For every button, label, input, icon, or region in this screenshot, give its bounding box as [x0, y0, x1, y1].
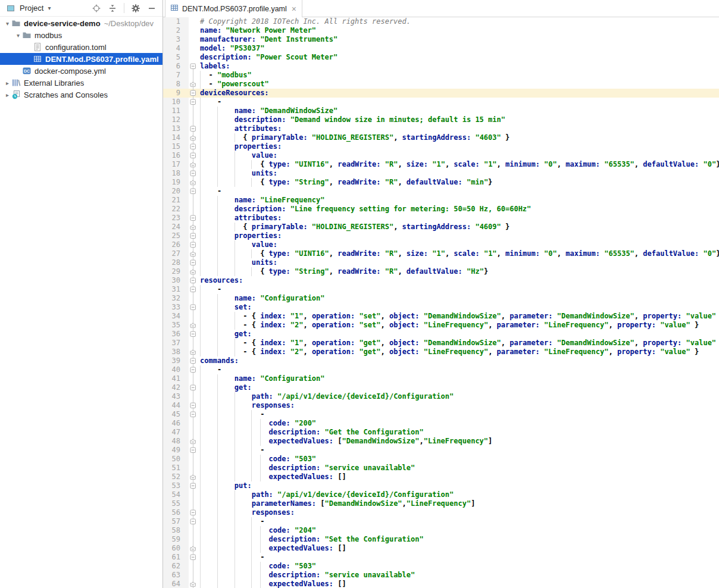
code-line-40[interactable]: 40 - — [163, 365, 719, 374]
code-line-53[interactable]: 53 put: — [163, 481, 719, 490]
code-line-21[interactable]: 21 name: "LineFrequency" — [163, 196, 719, 205]
code-line-13[interactable]: 13 attributes: — [163, 124, 719, 133]
hide-panel-icon[interactable] — [147, 4, 157, 13]
code-line-56[interactable]: 56 responses: — [163, 508, 719, 517]
fold-collapse-icon[interactable] — [190, 242, 196, 251]
fold-collapse-icon[interactable] — [190, 509, 196, 518]
code-line-29[interactable]: 29 { type: "String", readWrite: "R", def… — [163, 267, 719, 276]
fold-collapse-icon[interactable] — [190, 384, 196, 393]
tree-item-modbus[interactable]: ▾modbus — [0, 29, 162, 41]
fold-collapse-icon[interactable] — [190, 277, 196, 286]
locate-icon[interactable] — [92, 4, 101, 13]
fold-collapse-icon[interactable] — [190, 447, 196, 456]
fold-collapse-icon[interactable] — [190, 215, 196, 224]
chevron-down-icon[interactable]: ▾ — [48, 5, 51, 11]
code-editor[interactable]: 1# Copyright 2018 IOTech Inc. All rights… — [163, 17, 719, 588]
code-line-54[interactable]: 54 path: "/api/v1/device/{deviceId}/Conf… — [163, 490, 719, 499]
code-line-58[interactable]: 58 code: "204" — [163, 526, 719, 535]
settings-gear-icon[interactable] — [131, 4, 140, 13]
code-line-12[interactable]: 12 description: "Demand window size in m… — [163, 115, 719, 124]
tree-item-external-libraries[interactable]: ▸External Libraries — [0, 77, 162, 89]
code-line-34[interactable]: 34 - { index: "1", operation: "set", obj… — [163, 312, 719, 321]
code-line-31[interactable]: 31 - — [163, 285, 719, 294]
code-line-63[interactable]: 63 description: "service unavailable" — [163, 571, 719, 580]
fold-collapse-icon[interactable] — [190, 152, 196, 161]
fold-end-icon[interactable] — [190, 224, 196, 233]
code-line-36[interactable]: 36 get: — [163, 330, 719, 339]
fold-end-icon[interactable] — [190, 438, 196, 447]
code-line-6[interactable]: 6labels: — [163, 62, 719, 71]
tree-item-device-service-demo[interactable]: ▾device-service-demo~/Desktop/dev — [0, 17, 162, 29]
close-icon[interactable]: × — [292, 5, 296, 13]
code-line-2[interactable]: 2name: "Network Power Meter" — [163, 26, 719, 35]
fold-collapse-icon[interactable] — [190, 367, 196, 376]
code-line-37[interactable]: 37 - { index: "1", operation: "get", obj… — [163, 339, 719, 348]
fold-collapse-icon[interactable] — [190, 304, 196, 313]
code-line-62[interactable]: 62 code: "503" — [163, 562, 719, 571]
fold-end-icon[interactable] — [190, 179, 196, 188]
fold-end-icon[interactable] — [190, 581, 196, 588]
fold-collapse-icon[interactable] — [190, 358, 196, 367]
code-line-30[interactable]: 30resources: — [163, 276, 719, 285]
fold-collapse-icon[interactable] — [190, 170, 196, 179]
code-line-27[interactable]: 27 { type: "UINT16", readWrite: "R", siz… — [163, 249, 719, 258]
code-line-39[interactable]: 39commands: — [163, 356, 719, 365]
code-line-9[interactable]: 9deviceResources: — [163, 89, 719, 98]
code-line-42[interactable]: 42 get: — [163, 383, 719, 392]
code-line-38[interactable]: 38 - { index: "2", operation: "get", obj… — [163, 348, 719, 356]
code-line-1[interactable]: 1# Copyright 2018 IOTech Inc. All rights… — [163, 17, 719, 26]
code-line-14[interactable]: 14 { primaryTable: "HOLDING_REGISTERS", … — [163, 133, 719, 142]
code-line-4[interactable]: 4model: "PS3037" — [163, 44, 719, 53]
fold-collapse-icon[interactable] — [190, 286, 196, 295]
chevron-collapsed-icon[interactable]: ▸ — [4, 92, 11, 98]
code-line-5[interactable]: 5description: "Power Scout Meter" — [163, 53, 719, 62]
fold-collapse-icon[interactable] — [190, 411, 196, 420]
fold-end-icon[interactable] — [190, 349, 196, 358]
code-line-10[interactable]: 10 - — [163, 98, 719, 107]
fold-end-icon[interactable] — [190, 474, 196, 483]
fold-end-icon[interactable] — [190, 135, 196, 143]
tree-item-configuration-toml[interactable]: configuration.toml — [0, 41, 162, 53]
code-line-51[interactable]: 51 description: "service unavailable" — [163, 464, 719, 473]
fold-collapse-icon[interactable] — [190, 90, 196, 99]
code-line-44[interactable]: 44 responses: — [163, 401, 719, 410]
code-line-19[interactable]: 19 { type: "String", readWrite: "R", def… — [163, 178, 719, 187]
code-line-64[interactable]: 64 expectedValues: [] — [163, 580, 719, 588]
code-line-18[interactable]: 18 units: — [163, 169, 719, 178]
fold-collapse-icon[interactable] — [190, 259, 196, 268]
code-line-16[interactable]: 16 value: — [163, 151, 719, 160]
code-line-35[interactable]: 35 - { index: "2", operation: "set", obj… — [163, 321, 719, 330]
code-line-23[interactable]: 23 attributes: — [163, 214, 719, 223]
code-line-11[interactable]: 11 name: "DemandWindowSize" — [163, 107, 719, 115]
code-line-24[interactable]: 24 { primaryTable: "HOLDING_REGISTERS", … — [163, 223, 719, 232]
fold-collapse-icon[interactable] — [190, 188, 196, 197]
code-line-15[interactable]: 15 properties: — [163, 142, 719, 151]
code-line-61[interactable]: 61 - — [163, 553, 719, 562]
chevron-collapsed-icon[interactable]: ▸ — [4, 80, 11, 86]
chevron-expanded-icon[interactable]: ▾ — [4, 20, 11, 27]
fold-collapse-icon[interactable] — [190, 63, 196, 72]
fold-end-icon[interactable] — [190, 545, 196, 554]
code-line-43[interactable]: 43 path: "/api/v1/device/{deviceId}/Conf… — [163, 392, 719, 401]
fold-end-icon[interactable] — [190, 161, 196, 170]
fold-collapse-icon[interactable] — [190, 554, 196, 563]
code-line-8[interactable]: 8 - "powerscout" — [163, 80, 719, 89]
code-line-25[interactable]: 25 properties: — [163, 232, 719, 240]
code-line-50[interactable]: 50 code: "503" — [163, 455, 719, 464]
code-line-48[interactable]: 48 expectedValues: ["DemandWindowSize","… — [163, 437, 719, 446]
fold-collapse-icon[interactable] — [190, 233, 196, 242]
panel-title[interactable]: Project — [20, 4, 43, 12]
fold-collapse-icon[interactable] — [190, 402, 196, 411]
tree-item-scratches-and-consoles[interactable]: ▸Scratches and Consoles — [0, 89, 162, 101]
code-line-20[interactable]: 20 - — [163, 187, 719, 196]
code-line-55[interactable]: 55 parameterNames: ["DemandWindowSize","… — [163, 499, 719, 508]
fold-end-icon[interactable] — [190, 251, 196, 259]
code-line-32[interactable]: 32 name: "Configuration" — [163, 294, 719, 303]
chevron-expanded-icon[interactable]: ▾ — [14, 32, 22, 39]
code-line-59[interactable]: 59 description: "Set the Configuration" — [163, 535, 719, 544]
code-line-28[interactable]: 28 units: — [163, 258, 719, 267]
code-line-49[interactable]: 49 - — [163, 446, 719, 455]
editor-tab[interactable]: DENT.Mod.PS6037.profile.yaml × — [165, 0, 302, 17]
code-line-52[interactable]: 52 expectedValues: [] — [163, 473, 719, 481]
fold-collapse-icon[interactable] — [190, 518, 196, 527]
